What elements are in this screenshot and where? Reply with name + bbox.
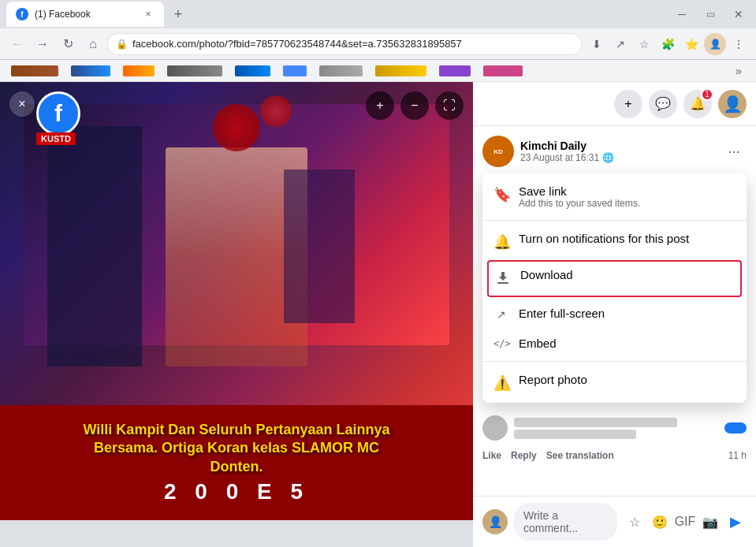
browser-tab[interactable]: f (1) Facebook ×: [6, 2, 164, 27]
fullscreen-button[interactable]: ⛶: [435, 91, 464, 120]
post-author-avatar: KD: [482, 136, 514, 167]
bookmark-10[interactable]: [479, 64, 527, 78]
bookmark-3[interactable]: [118, 64, 159, 78]
notifications-menu-icon: 🔔: [493, 232, 509, 251]
photo-overlay-text: Willi Kampit Dan Seluruh Pertanyaan Lain…: [0, 405, 473, 520]
menu-item-report[interactable]: ⚠️ Report photo: [482, 365, 747, 400]
post-more-button[interactable]: ···: [721, 139, 747, 164]
add-button[interactable]: +: [614, 90, 642, 118]
report-menu-label: Report photo: [519, 373, 587, 386]
comment-input-area: 👤 Write a comment... ☆ 🙂 GIF 📷 ▶: [473, 496, 756, 547]
comment-actions: Like Reply See translation 11 h: [482, 447, 747, 464]
bookmark-9[interactable]: [434, 64, 475, 78]
bookmark-8[interactable]: [371, 64, 431, 78]
fullscreen-menu-icon: ↗: [493, 307, 509, 321]
notifications-button[interactable]: 🔔 1: [683, 90, 712, 118]
forward-button[interactable]: →: [32, 33, 54, 55]
menu-item-notifications[interactable]: 🔔 Turn on notifications for this post: [482, 224, 747, 259]
refresh-button[interactable]: ↻: [57, 33, 79, 55]
toolbar-actions: ⬇ ↗ ☆ 🧩 ⭐ 👤 ⋮: [586, 33, 750, 55]
menu-text-save-link: Save link Add this to your saved items.: [519, 184, 640, 209]
bookmark-6[interactable]: [278, 64, 311, 78]
embed-icon: </>: [493, 337, 509, 349]
bookmark-7[interactable]: [315, 64, 367, 78]
messenger-button[interactable]: 💬: [649, 90, 677, 118]
bookmark-1[interactable]: [6, 64, 63, 78]
dropdown-menu: 🔖 Save link Add this to your saved items…: [482, 173, 747, 403]
attachment-icon[interactable]: 📷: [699, 511, 721, 533]
menu-text-download: Download: [520, 268, 573, 281]
bookmark-2[interactable]: [66, 64, 115, 78]
browser-frame: f (1) Facebook × + ─ ▭ ✕ ← → ↻ ⌂ 🔒 faceb…: [0, 0, 756, 547]
photo-close-button[interactable]: ×: [9, 91, 35, 117]
more-options-icon[interactable]: ⋮: [728, 33, 750, 55]
save-link-icon: 🔖: [493, 184, 509, 203]
post-info: Kimchi Daily 23 August at 16:31 🌐: [520, 140, 614, 163]
bookmark-5[interactable]: [230, 64, 275, 78]
notification-count: 1: [701, 88, 713, 101]
gif-icon[interactable]: GIF: [674, 511, 696, 533]
menu-item-save-link[interactable]: 🔖 Save link Add this to your saved items…: [482, 177, 747, 217]
minimize-button[interactable]: ─: [671, 3, 693, 25]
back-button[interactable]: ←: [6, 33, 28, 55]
extension-icon[interactable]: 🧩: [657, 33, 679, 55]
globe-icon: 🌐: [602, 152, 614, 163]
bookmark-icon[interactable]: ☆: [633, 33, 655, 55]
browser-titlebar: f (1) Facebook × + ─ ▭ ✕: [0, 0, 756, 28]
current-user-avatar: 👤: [482, 509, 508, 534]
menu-item-embed[interactable]: </> Embed: [482, 329, 747, 358]
emoji-icon[interactable]: 🙂: [649, 511, 671, 533]
menu-item-fullscreen[interactable]: ↗ Enter full-screen: [482, 299, 747, 329]
bookmark-4[interactable]: [162, 64, 227, 78]
menu-text-notifications: Turn on notifications for this post: [519, 232, 689, 245]
sticker-icon[interactable]: ☆: [624, 511, 646, 533]
right-sidebar: + 💬 🔔 1 👤 KD Kimchi Daily: [473, 82, 756, 547]
address-bar[interactable]: 🔒 facebook.com/photo/?fbid=7857706235487…: [107, 33, 583, 55]
download-menu-label: Download: [520, 268, 573, 281]
svg-rect-0: [497, 282, 508, 284]
tab-favicon: f: [16, 8, 28, 20]
reply-button[interactable]: Reply: [511, 450, 537, 461]
menu-divider-1: [482, 220, 747, 221]
post-meta: KD Kimchi Daily 23 August at 16:31 🌐 ···: [473, 126, 756, 167]
puzzle-icon[interactable]: ⭐: [680, 33, 702, 55]
comment-text-line2: [514, 430, 636, 439]
page-content: f KUSTD × + − ⛶ Willi Kampit Dan Seluruh…: [0, 82, 756, 547]
comment-input[interactable]: Write a comment...: [514, 503, 617, 541]
maximize-button[interactable]: ▭: [699, 3, 721, 25]
share-icon[interactable]: ↗: [609, 33, 631, 55]
comment-content: [514, 418, 718, 439]
zoom-in-button[interactable]: +: [366, 91, 394, 120]
send-button[interactable]: ▶: [724, 511, 747, 533]
translate-button[interactable]: See translation: [546, 450, 614, 461]
fb-logo-overlay: f: [36, 91, 80, 136]
close-window-button[interactable]: ✕: [728, 3, 750, 25]
user-avatar[interactable]: 👤: [718, 90, 747, 118]
save-link-sublabel: Add this to your saved items.: [519, 198, 640, 209]
reaction-icon: [724, 422, 747, 434]
menu-text-report: Report photo: [519, 373, 587, 386]
profile-icon[interactable]: 👤: [704, 33, 726, 55]
notifications-menu-label: Turn on notifications for this post: [519, 232, 689, 245]
menu-item-download[interactable]: Download: [487, 260, 742, 297]
menu-text-embed: Embed: [519, 337, 557, 350]
bookmarks-bar: »: [0, 60, 756, 82]
comment-time: 11 h: [728, 450, 747, 461]
comment-reactions: [724, 422, 747, 434]
menu-divider-2: [482, 361, 747, 362]
tab-title: (1) Facebook: [35, 9, 136, 20]
kustd-badge: KUSTD: [36, 132, 76, 145]
url-display: facebook.com/photo/?fbid=785770623548744…: [132, 38, 574, 50]
like-button[interactable]: Like: [482, 450, 501, 461]
comment-placeholder: Write a comment...: [523, 509, 578, 534]
tab-close-button[interactable]: ×: [142, 8, 155, 20]
home-button[interactable]: ⌂: [82, 33, 104, 55]
photo-controls: + − ⛶: [366, 91, 464, 120]
comment-input-actions: ☆ 🙂 GIF 📷 ▶: [624, 511, 747, 533]
new-tab-button[interactable]: +: [167, 3, 189, 25]
download-toolbar-icon[interactable]: ⬇: [586, 33, 608, 55]
bookmarks-more[interactable]: »: [728, 60, 750, 82]
menu-text-fullscreen: Enter full-screen: [519, 307, 605, 320]
post-author-name: Kimchi Daily: [520, 140, 614, 152]
zoom-out-button[interactable]: −: [400, 91, 429, 120]
